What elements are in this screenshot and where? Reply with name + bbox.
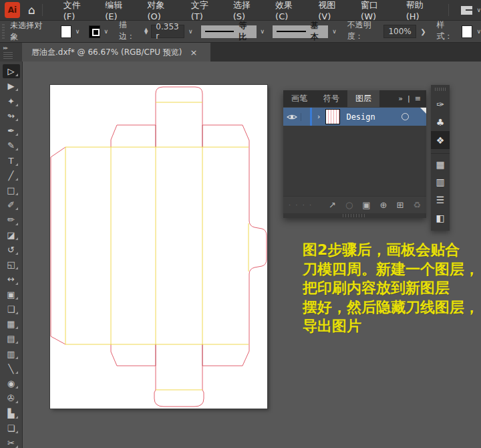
panel-grip[interactable] [2, 24, 5, 39]
chevron-down-icon[interactable]: ∨ [476, 28, 481, 35]
menu-item[interactable]: 选择(S) [226, 0, 268, 21]
tool-shaper[interactable]: ✏ [3, 213, 20, 227]
menu-item[interactable]: 帮助(H) [399, 0, 442, 21]
tool-curvature[interactable]: ✎ [3, 138, 20, 152]
tool-paintbrush[interactable]: ✐ [3, 198, 20, 212]
dock-symbols-icon[interactable]: ♣ [431, 113, 450, 131]
tool-eraser[interactable]: ◪ [3, 228, 20, 242]
dock-brushes-icon[interactable]: ✑ [431, 95, 450, 113]
menu-item[interactable]: 窗口(W) [353, 0, 399, 21]
stroke-color-swatch[interactable] [89, 25, 100, 38]
opacity-value[interactable]: 100% [383, 25, 416, 38]
menu-item[interactable]: 文件(F) [56, 0, 98, 21]
tool-artboard[interactable]: ❏ [3, 421, 20, 435]
tool-column-graph[interactable]: ▙ [3, 406, 20, 420]
layer-thumbnail[interactable] [325, 109, 340, 124]
tool-mesh[interactable]: ▤ [3, 332, 20, 346]
home-icon[interactable]: ⌂ [28, 5, 35, 16]
tool-symbol-sprayer[interactable]: ✇ [3, 391, 20, 405]
new-sublayer-button[interactable]: ⊕ [380, 200, 387, 210]
layer-row[interactable]: › Design [283, 108, 426, 126]
panel-tab-layers[interactable]: 图层 [347, 90, 379, 107]
visibility-cell[interactable] [283, 113, 301, 121]
collapse-panel-icon[interactable]: » [398, 94, 403, 103]
dock-pathfinder-icon[interactable]: ▦ [431, 153, 450, 173]
chevron-down-icon[interactable]: ∨ [332, 28, 337, 35]
tool-width[interactable]: ↔ [3, 272, 20, 286]
tool-eyedropper[interactable]: ╲ [3, 362, 20, 376]
tool-line-segment[interactable]: ╱ [3, 169, 20, 183]
toolbar-dock-header[interactable]: ▸▸ [0, 43, 22, 62]
chevron-down-icon[interactable]: ∨ [75, 28, 80, 35]
menu-item[interactable]: 效果(C) [268, 0, 311, 21]
dieline-fold-path [65, 102, 249, 390]
panel-resize-grip[interactable] [283, 213, 426, 218]
tool-magic-wand[interactable]: ✦ [3, 94, 20, 108]
stroke-weight-stepper[interactable]: ▲▼ [144, 28, 148, 35]
tool-pen[interactable]: ✒ [3, 124, 20, 138]
selection-status: 未选择对象 [10, 20, 43, 43]
tool-type[interactable]: T [3, 153, 20, 167]
tool-rotate[interactable]: ↺ [3, 243, 20, 257]
fill-color-swatch[interactable] [61, 25, 71, 38]
tool-slice[interactable]: ✂ [3, 436, 20, 448]
dock-gradient-icon[interactable]: ▥ [431, 173, 450, 191]
brush-definition-dropdown[interactable]: 基本 [273, 25, 328, 38]
workspace-switcher[interactable]: ∨ [461, 6, 481, 15]
chevron-down-icon[interactable]: ∨ [188, 28, 193, 35]
layer-name[interactable]: Design [346, 112, 375, 122]
style-label[interactable]: 样式： [437, 19, 457, 43]
stroke-weight-label[interactable]: 描边： [119, 19, 139, 43]
tool-shape-builder[interactable]: ❑ [3, 302, 20, 316]
width-profile-label: 等比 [238, 20, 252, 43]
stroke-weight-value[interactable]: 0.353 r [151, 25, 184, 38]
dock-layers-icon[interactable]: ❖ [431, 131, 450, 149]
right-panel-dock: ✑♣❖▦▥☰◧ [431, 85, 450, 231]
locate-object-button[interactable]: ○ [345, 200, 353, 210]
tool-scale[interactable]: ◱ [3, 257, 20, 271]
tool-selection[interactable]: ▷ [3, 64, 20, 78]
panel-menu-icon[interactable]: ≡ [415, 94, 421, 103]
layers-list-empty-area[interactable] [283, 126, 426, 196]
dock-transform-icon[interactable]: ◧ [431, 209, 450, 227]
menu-item[interactable]: 编辑(E) [98, 0, 140, 21]
menu-item[interactable]: 文字(T) [184, 0, 226, 21]
dock-grip[interactable] [435, 88, 446, 91]
document-tab-strip: 唇油盒.dxf* @ 66.67% (RGB/CPU 预览) × [22, 43, 481, 62]
annotation-line: 导出图片 [303, 317, 481, 336]
tool-perspective-grid[interactable]: ▦ [3, 317, 20, 331]
close-icon[interactable]: × [190, 47, 197, 58]
chevron-down-icon: ∨ [476, 7, 481, 13]
tool-rectangle[interactable]: □ [3, 183, 20, 197]
panel-tab-symbols[interactable]: 符号 [315, 90, 347, 107]
style-swatch[interactable] [462, 25, 472, 38]
document-title: 唇油盒.dxf* @ 66.67% (RGB/CPU 预览) [31, 47, 182, 58]
delete-layer-button[interactable]: ♻ [413, 200, 421, 210]
target-circle-icon[interactable] [402, 113, 409, 120]
tool-lasso[interactable]: ↬ [3, 109, 20, 123]
chevron-down-icon[interactable]: ∨ [104, 28, 109, 35]
opacity-label[interactable]: 不透明度： [347, 19, 381, 43]
stroke-preview [277, 31, 306, 32]
document-tab[interactable]: 唇油盒.dxf* @ 66.67% (RGB/CPU 预览) × [22, 43, 210, 62]
tool-free-transform[interactable]: ▣ [3, 288, 20, 302]
dock-align-icon[interactable]: ☰ [431, 191, 450, 209]
panel-tab-brushes[interactable]: 画笔 [283, 90, 315, 107]
collect-for-export-button[interactable]: ↗ [329, 200, 336, 210]
toolbar: ▷ ▶ ✦ ↬ ✒ ✎ T ╱ □ ✐ ✏ ◪ ↺ ◱ ↔ ▣ [0, 62, 23, 448]
layers-panel-tabs: 画笔符号图层 » | ≡ [283, 90, 426, 107]
new-layer-button[interactable]: ⊞ [396, 200, 404, 210]
expand-layer-icon[interactable]: › [317, 112, 320, 121]
menu-item[interactable]: 对象(O) [140, 0, 184, 21]
panel-controls: » | ≡ [393, 90, 426, 107]
width-profile-dropdown[interactable]: 等比 [201, 25, 257, 38]
chevron-down-icon[interactable]: ∨ [261, 28, 265, 35]
make-clipping-mask-button[interactable]: ▣ [362, 200, 370, 210]
menu-item[interactable]: 视图(V) [311, 0, 353, 21]
tool-direct-selection[interactable]: ▶ [3, 79, 20, 93]
layer-count-hint: · · · · [289, 201, 313, 209]
opacity-more-button[interactable]: ❯ [420, 28, 426, 35]
collapse-toolbar-icon[interactable]: ▸▸ [3, 45, 22, 51]
tool-gradient[interactable]: ▥ [3, 346, 20, 360]
tool-blend[interactable]: ◉ [3, 376, 20, 390]
